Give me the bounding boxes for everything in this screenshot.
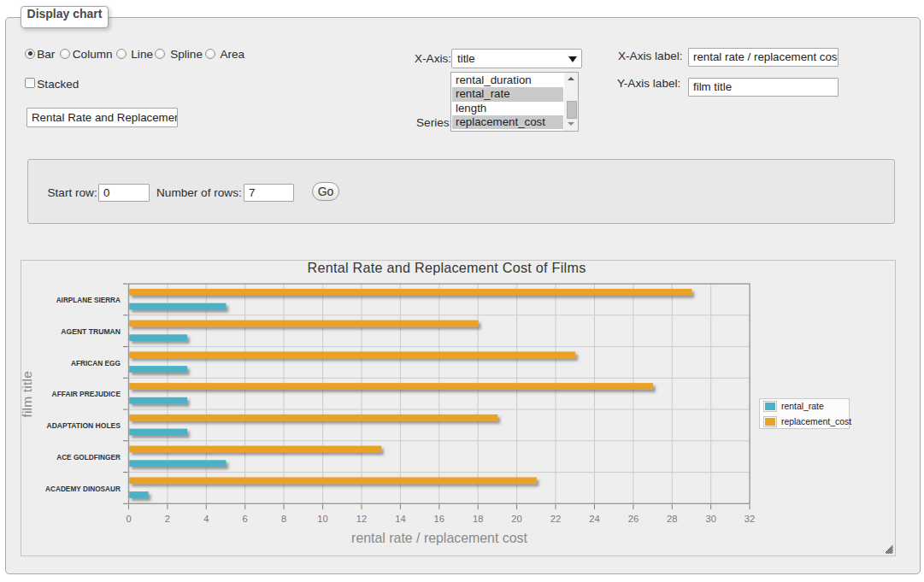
svg-text:rental rate / replacement cost: rental rate / replacement cost xyxy=(351,531,527,545)
svg-text:26: 26 xyxy=(628,514,639,524)
svg-text:AGENT TRUMAN: AGENT TRUMAN xyxy=(61,326,121,336)
svg-text:12: 12 xyxy=(356,514,367,524)
svg-text:ACE GOLDFINGER: ACE GOLDFINGER xyxy=(56,452,121,461)
svg-text:18: 18 xyxy=(473,514,483,524)
svg-text:24: 24 xyxy=(589,514,599,524)
svg-text:8: 8 xyxy=(281,514,286,524)
svg-text:6: 6 xyxy=(243,514,248,524)
svg-text:28: 28 xyxy=(667,514,677,524)
svg-text:20: 20 xyxy=(511,514,521,524)
svg-text:AIRPLANE SIERRA: AIRPLANE SIERRA xyxy=(56,295,121,304)
svg-text:0: 0 xyxy=(126,514,131,524)
svg-text:22: 22 xyxy=(550,514,561,524)
svg-text:film title: film title xyxy=(21,371,34,418)
svg-text:14: 14 xyxy=(395,514,405,524)
svg-text:2: 2 xyxy=(165,514,170,524)
svg-text:ADAPTATION HOLES: ADAPTATION HOLES xyxy=(47,420,121,430)
svg-text:16: 16 xyxy=(434,514,444,524)
svg-text:AFRICAN EGG: AFRICAN EGG xyxy=(71,358,121,367)
svg-text:AFFAIR PREJUDICE: AFFAIR PREJUDICE xyxy=(52,389,121,398)
svg-text:32: 32 xyxy=(744,514,755,524)
svg-text:30: 30 xyxy=(705,514,715,524)
svg-text:4: 4 xyxy=(203,514,209,524)
svg-text:ACADEMY DINOSAUR: ACADEMY DINOSAUR xyxy=(45,484,121,493)
svg-text:Rental Rate and Replacement Co: Rental Rate and Replacement Cost of Film… xyxy=(307,261,586,275)
svg-text:10: 10 xyxy=(317,514,327,524)
